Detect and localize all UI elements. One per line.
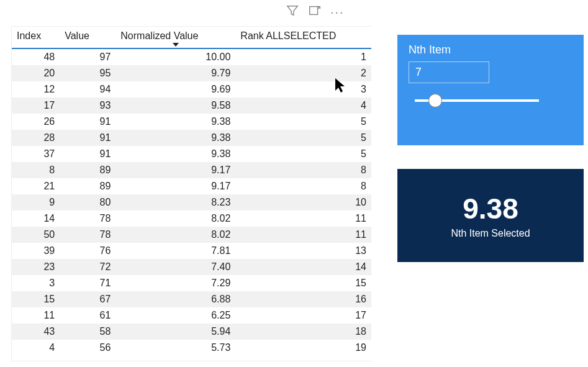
cell-norm: 9.17 xyxy=(115,178,235,194)
cell-value: 91 xyxy=(60,130,115,146)
cell-rank: 15 xyxy=(235,275,371,291)
table-row[interactable]: 28919.385 xyxy=(12,130,371,146)
cell-norm: 5.73 xyxy=(115,340,235,356)
table-row[interactable]: 37919.385 xyxy=(12,146,371,162)
cell-index: 23 xyxy=(12,259,60,275)
cell-rank: 16 xyxy=(235,291,371,307)
col-header-index[interactable]: Index xyxy=(12,27,60,48)
slicer-slider-track[interactable] xyxy=(415,99,539,102)
table-row[interactable]: 3717.2915 xyxy=(12,275,371,291)
kpi-label: Nth Item Selected xyxy=(451,228,530,239)
cell-norm: 9.69 xyxy=(115,81,235,97)
cell-norm: 7.81 xyxy=(115,243,235,259)
svg-rect-0 xyxy=(310,7,318,15)
cell-norm: 9.58 xyxy=(115,97,235,114)
cell-rank: 14 xyxy=(235,259,371,275)
cell-norm: 8.02 xyxy=(115,227,235,243)
table-row[interactable]: 20959.792 xyxy=(12,65,371,81)
table-row[interactable]: 12949.693 xyxy=(12,81,371,97)
cell-value: 95 xyxy=(60,65,115,81)
cell-rank: 8 xyxy=(235,178,371,194)
cell-rank: 8 xyxy=(235,162,371,178)
table-row[interactable]: 50788.0211 xyxy=(12,227,371,243)
cell-index: 9 xyxy=(12,194,60,211)
cell-value: 78 xyxy=(60,227,115,243)
col-header-value[interactable]: Value xyxy=(60,27,115,48)
table-row[interactable]: 43585.9418 xyxy=(12,324,371,340)
cell-value: 94 xyxy=(60,81,115,97)
cell-index: 39 xyxy=(12,243,60,259)
cell-rank: 19 xyxy=(235,340,371,356)
cell-index: 20 xyxy=(12,65,60,81)
cell-norm: 5.94 xyxy=(115,324,235,340)
filter-icon[interactable] xyxy=(286,4,299,19)
table-row[interactable]: 11616.2517 xyxy=(12,307,371,324)
table-row[interactable]: 15676.8816 xyxy=(12,291,371,307)
cell-index: 48 xyxy=(12,48,60,65)
cell-value: 61 xyxy=(60,307,115,324)
cell-norm: 9.38 xyxy=(115,130,235,146)
table-visual: Index Value Normalized Value Rank ALLSEL… xyxy=(11,26,371,361)
visual-toolbar: ··· xyxy=(286,4,345,19)
table-row[interactable]: 26919.385 xyxy=(12,114,371,130)
cell-value: 71 xyxy=(60,275,115,291)
cell-value: 58 xyxy=(60,324,115,340)
cell-value: 76 xyxy=(60,243,115,259)
cell-norm: 10.00 xyxy=(115,48,235,65)
table-row[interactable]: 39767.8113 xyxy=(12,243,371,259)
cell-value: 56 xyxy=(60,340,115,356)
table-row[interactable]: 9808.2310 xyxy=(12,194,371,211)
table-scroll[interactable]: Index Value Normalized Value Rank ALLSEL… xyxy=(12,27,371,361)
table-row[interactable]: 8899.178 xyxy=(12,162,371,178)
cell-norm: 9.38 xyxy=(115,114,235,130)
cell-index: 43 xyxy=(12,324,60,340)
cell-value: 93 xyxy=(60,97,115,114)
table-row[interactable]: 21899.178 xyxy=(12,178,371,194)
slicer-slider-thumb[interactable] xyxy=(428,94,442,107)
more-options-icon[interactable]: ··· xyxy=(330,6,345,18)
cell-value: 89 xyxy=(60,178,115,194)
cell-rank: 3 xyxy=(235,81,371,97)
cell-rank: 1 xyxy=(235,48,371,65)
cell-index: 37 xyxy=(12,146,60,162)
cell-index: 15 xyxy=(12,291,60,307)
table-row[interactable]: 4565.7319 xyxy=(12,340,371,356)
kpi-value: 9.38 xyxy=(463,192,518,225)
cell-rank: 13 xyxy=(235,243,371,259)
table-row[interactable]: 17939.584 xyxy=(12,97,371,114)
col-header-rank[interactable]: Rank ALLSELECTED xyxy=(235,27,371,48)
cell-value: 89 xyxy=(60,162,115,178)
slicer-title: Nth Item xyxy=(409,43,572,57)
cell-value: 97 xyxy=(60,48,115,65)
table-row[interactable]: 489710.001 xyxy=(12,48,371,65)
cell-index: 14 xyxy=(12,211,60,227)
slicer-value-input[interactable]: 7 xyxy=(409,61,489,83)
focus-mode-icon[interactable] xyxy=(308,4,322,19)
table-row[interactable]: 23727.4014 xyxy=(12,259,371,275)
table-row[interactable]: 14788.0211 xyxy=(12,211,371,227)
cell-rank: 11 xyxy=(235,211,371,227)
cell-norm: 6.25 xyxy=(115,307,235,324)
cell-value: 78 xyxy=(60,211,115,227)
cell-rank: 18 xyxy=(235,324,371,340)
table-header-row: Index Value Normalized Value Rank ALLSEL… xyxy=(12,27,371,48)
cell-rank: 10 xyxy=(235,194,371,211)
nth-item-slicer: Nth Item 7 xyxy=(397,35,584,145)
kpi-card: 9.38 Nth Item Selected xyxy=(397,169,584,262)
cell-rank: 5 xyxy=(235,130,371,146)
cell-norm: 9.17 xyxy=(115,162,235,178)
cell-rank: 11 xyxy=(235,227,371,243)
cell-value: 91 xyxy=(60,146,115,162)
data-table: Index Value Normalized Value Rank ALLSEL… xyxy=(12,27,371,356)
cell-norm: 6.88 xyxy=(115,291,235,307)
cell-value: 72 xyxy=(60,259,115,275)
cell-rank: 5 xyxy=(235,114,371,130)
cell-index: 11 xyxy=(12,307,60,324)
cell-rank: 4 xyxy=(235,97,371,114)
cell-norm: 8.23 xyxy=(115,194,235,211)
cell-norm: 8.02 xyxy=(115,211,235,227)
col-header-normalized[interactable]: Normalized Value xyxy=(115,27,235,48)
cell-value: 91 xyxy=(60,114,115,130)
cell-norm: 7.29 xyxy=(115,275,235,291)
cell-value: 80 xyxy=(60,194,115,211)
